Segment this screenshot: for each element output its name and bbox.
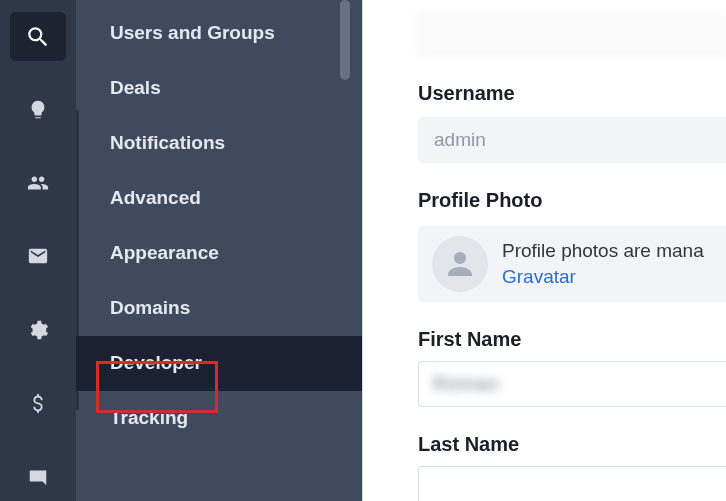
dollar-icon[interactable]: [10, 378, 66, 427]
gear-sync-icon[interactable]: [10, 305, 66, 354]
person-icon: [442, 246, 478, 282]
last-name-input[interactable]: [418, 466, 726, 501]
sidebar-item-label: Notifications: [110, 132, 225, 153]
lightbulb-icon[interactable]: [10, 85, 66, 134]
username-value: admin: [434, 129, 486, 151]
profile-photo-row: Profile photos are mana Gravatar: [418, 226, 726, 302]
icon-sidebar: [0, 0, 76, 501]
sidebar-item-label: Tracking: [110, 407, 188, 428]
main-scroll-track: [362, 0, 363, 501]
sidebar-item-deals[interactable]: Deals: [76, 61, 362, 116]
profile-photo-text: Profile photos are mana Gravatar: [502, 238, 704, 289]
last-name-label: Last Name: [418, 433, 726, 456]
search-icon[interactable]: [10, 12, 66, 61]
sidebar-item-users-and-groups[interactable]: Users and Groups: [76, 6, 362, 61]
sidebar-item-domains[interactable]: Domains: [76, 281, 362, 336]
sidebar-item-developer[interactable]: Developer: [76, 336, 362, 391]
sidebar-item-notifications[interactable]: Notifications: [76, 116, 362, 171]
main-content: Username admin Profile Photo Profile pho…: [362, 0, 726, 501]
avatar: [432, 236, 488, 292]
first-name-label: First Name: [418, 328, 726, 351]
sidebar-item-label: Developer: [110, 352, 202, 373]
first-name-value: Roman: [433, 373, 499, 395]
blurred-field: [418, 12, 726, 56]
sidebar-item-advanced[interactable]: Advanced: [76, 171, 362, 226]
sidebar-item-appearance[interactable]: Appearance: [76, 226, 362, 281]
sidebar-item-tracking[interactable]: Tracking: [76, 391, 362, 446]
profile-photo-label: Profile Photo: [418, 189, 726, 212]
gravatar-link[interactable]: Gravatar: [502, 266, 576, 287]
username-label: Username: [418, 82, 726, 105]
sidebar-item-label: Advanced: [110, 187, 201, 208]
sidebar-item-label: Users and Groups: [110, 22, 275, 43]
mail-icon[interactable]: [10, 232, 66, 281]
sidebar-item-label: Deals: [110, 77, 161, 98]
sidebar-item-label: Domains: [110, 297, 190, 318]
username-input[interactable]: admin: [418, 117, 726, 163]
settings-sidebar: Users and Groups Deals Notifications Adv…: [76, 0, 362, 501]
chat-icon[interactable]: [10, 452, 66, 501]
first-name-input[interactable]: Roman: [418, 361, 726, 407]
people-icon[interactable]: [10, 159, 66, 208]
sidebar-item-label: Appearance: [110, 242, 219, 263]
